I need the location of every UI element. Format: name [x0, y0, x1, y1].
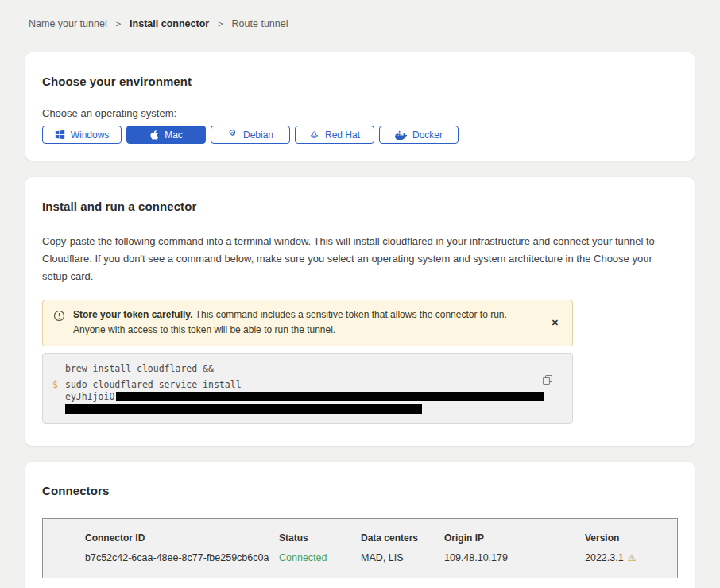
install-description: Copy-paste the following command into a … [42, 233, 672, 285]
breadcrumb-name-your-tunnel[interactable]: Name your tunnel [29, 18, 107, 29]
os-button-label: Docker [412, 130, 443, 141]
os-button-label: Mac [165, 130, 183, 141]
apple-icon [149, 130, 159, 141]
install-connector-card: Install and run a connector Copy-paste t… [25, 177, 695, 446]
os-button-label: Windows [71, 130, 110, 141]
os-button-docker[interactable]: Docker [379, 126, 459, 144]
connectors-table-header: Connector ID Status Data centers Origin … [85, 532, 677, 544]
copy-icon[interactable] [542, 374, 553, 385]
docker-icon [395, 130, 407, 140]
status-badge: Connected [279, 552, 361, 563]
os-button-group: Windows Mac Debian Red Hat Docker [42, 126, 678, 144]
breadcrumb: Name your tunnel > Install connector > R… [0, 0, 720, 29]
os-select-label: Choose an operating system: [42, 107, 678, 119]
os-button-label: Debian [243, 130, 273, 141]
os-button-windows[interactable]: Windows [42, 126, 122, 144]
connector-id-value: b7c52c42-6caa-48ee-8c77-fbe259cb6c0a [85, 552, 279, 563]
code-line: sudo cloudflared service install [65, 379, 540, 391]
column-header-data-centers: Data centers [361, 532, 444, 544]
warning-text: Store your token carefully. This command… [73, 308, 526, 338]
os-button-redhat[interactable]: Red Hat [295, 126, 374, 144]
version-cell: 2022.3.1 ⚠ [585, 552, 677, 563]
version-value: 2022.3.1 [585, 552, 624, 563]
shell-prompt: $ [52, 379, 58, 391]
alert-circle-icon [53, 310, 65, 322]
token-warning-banner: Store your token carefully. This command… [42, 300, 573, 346]
code-line: brew install cloudflared && [65, 363, 540, 375]
table-row: b7c52c42-6caa-48ee-8c77-fbe259cb6c0a Con… [85, 552, 677, 563]
code-token-line: eyJhIjoiO [65, 391, 540, 403]
os-button-label: Red Hat [325, 130, 360, 141]
warning-triangle-icon: ⚠ [628, 553, 637, 563]
connectors-card: Connectors Connector ID Status Data cent… [25, 462, 695, 588]
debian-icon [227, 130, 238, 140]
breadcrumb-install-connector[interactable]: Install connector [130, 18, 209, 29]
redacted-token-bar [116, 392, 544, 401]
column-header-origin-ip: Origin IP [444, 532, 585, 544]
column-header-status: Status [279, 532, 361, 544]
connectors-table: Connector ID Status Data centers Origin … [42, 518, 678, 578]
install-command-code-block: $ brew install cloudflared && sudo cloud… [42, 353, 573, 424]
breadcrumb-separator: > [218, 19, 223, 29]
install-card-title: Install and run a connector [42, 199, 672, 213]
os-button-debian[interactable]: Debian [211, 126, 290, 144]
os-button-mac[interactable]: Mac [126, 126, 206, 144]
breadcrumb-route-tunnel[interactable]: Route tunnel [232, 18, 288, 29]
redacted-token-bar [65, 404, 422, 414]
data-centers-value: MAD, LIS [361, 552, 444, 563]
column-header-connector-id: Connector ID [85, 532, 279, 544]
breadcrumb-separator: > [116, 19, 121, 29]
environment-card-title: Choose your environment [42, 75, 678, 88]
connectors-card-title: Connectors [42, 484, 678, 497]
warning-title: Store your token carefully. [73, 309, 193, 320]
token-prefix: eyJhIjoiO [65, 391, 114, 402]
close-icon[interactable]: ✕ [548, 316, 562, 330]
origin-ip-value: 109.48.10.179 [444, 552, 585, 563]
environment-card: Choose your environment Choose an operat… [25, 52, 695, 161]
windows-icon [55, 130, 65, 140]
redhat-icon [309, 130, 319, 140]
column-header-version: Version [585, 532, 677, 544]
